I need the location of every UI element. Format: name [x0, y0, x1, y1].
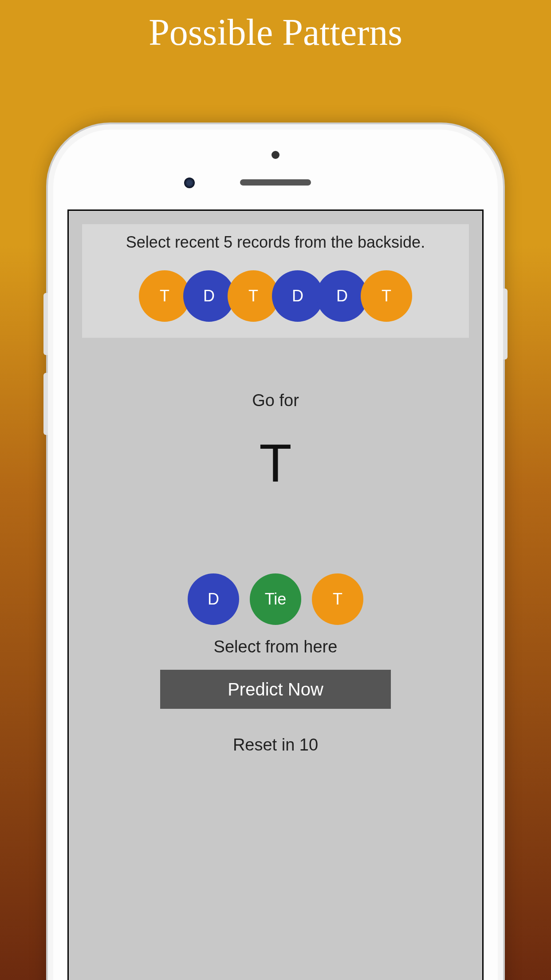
select-option-t[interactable]: T [312, 573, 363, 625]
records-instruction: Select recent 5 records from the backsid… [82, 233, 469, 252]
power-button [503, 288, 508, 360]
camera-icon [184, 178, 195, 188]
volume-down-button [43, 373, 48, 435]
select-options-row: D Tie T [69, 573, 482, 625]
select-option-tie[interactable]: Tie [250, 573, 301, 625]
record-chip[interactable]: D [316, 270, 368, 322]
phone-bezel: Select recent 5 records from the backsid… [53, 130, 498, 980]
record-chip[interactable]: T [139, 270, 190, 322]
records-panel: Select recent 5 records from the backsid… [82, 224, 469, 338]
predict-now-button[interactable]: Predict Now [160, 670, 391, 709]
select-option-d[interactable]: D [188, 573, 239, 625]
sensor-icon [272, 151, 279, 159]
record-chip[interactable]: T [228, 270, 279, 322]
phone-frame: Select recent 5 records from the backsid… [48, 124, 503, 980]
records-row: T D T D D T [82, 270, 469, 322]
select-instruction: Select from here [69, 637, 482, 656]
record-chip[interactable]: T [361, 270, 412, 322]
reset-countdown: Reset in 10 [69, 735, 482, 755]
go-for-value: T [69, 432, 482, 494]
record-chip[interactable]: D [183, 270, 235, 322]
speaker-icon [240, 179, 311, 186]
go-for-label: Go for [69, 391, 482, 410]
app-screen: Select recent 5 records from the backsid… [67, 209, 484, 980]
record-chip[interactable]: D [272, 270, 323, 322]
volume-up-button [43, 293, 48, 355]
prediction-section: Go for T [69, 391, 482, 494]
page-title: Possible Patterns [0, 0, 551, 54]
